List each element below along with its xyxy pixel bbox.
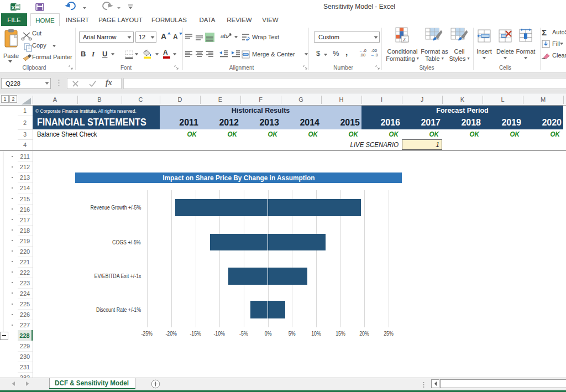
svg-text:X: X <box>12 4 15 11</box>
svg-text:≠: ≠ <box>403 36 406 43</box>
